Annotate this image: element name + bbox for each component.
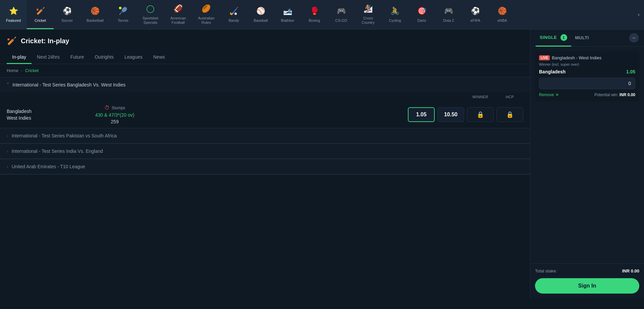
odds-btn-locked-2: 🔒 [496,107,523,122]
tab-leagues[interactable]: Leagues [119,51,148,64]
sign-in-button[interactable]: Sign In [535,278,639,294]
potential-win: Potential win: INR 0.00 [594,92,635,97]
cricket-icon: 🏏 [7,36,17,46]
baseball-icon: ⚾ [255,6,266,16]
nav-label-basketball: Basketball [87,18,104,23]
multi-tab[interactable]: MULTI [571,30,593,46]
nav-item-tennis[interactable]: 🎾 Tennis [110,0,137,29]
remove-row: Remove ✕ Potential win: INR 0.00 [539,92,635,97]
main-layout: 🏏 Cricket: In-play In-playNext 24hrsFutu… [0,29,644,298]
section-title-collapsed: United Arab Emirates - T10 League [12,164,85,169]
betslip-collapse-button[interactable]: − [629,33,639,43]
nav-label-cricket: Cricket [35,18,46,23]
score-sub-display: 259 [111,119,118,124]
nav-item-cricket[interactable]: 🏏 Cricket [27,0,54,29]
nav-item-dota2[interactable]: 🎮 Dota 2 [435,0,462,29]
nav-scroll-area: ⭐ Featured 🏏 Cricket ⚽ Soccer 🏀 Basketba… [0,0,633,29]
odds-btn-2[interactable]: 10.50 [437,107,464,122]
match-section-section-3: › International - Test Series India Vs. … [0,144,530,159]
nav-scroll-right-arrow[interactable]: › [633,0,644,29]
status-text: Stumps [112,106,125,110]
nav-item-boxing[interactable]: 🥊 Boxing [301,0,328,29]
nav-label-featured: Featured [6,18,21,23]
breadcrumb: Home › Cricket [0,64,530,77]
total-stake-row: Total stake: INR 0.00 [535,268,639,273]
top-navigation: ⭐ Featured 🏏 Cricket ⚽ Soccer 🏀 Basketba… [0,0,644,29]
section-title-collapsed: International - Test Series India Vs. En… [12,148,103,154]
tab-next24hrs[interactable]: Next 24hrs [32,51,65,64]
collapsed-section-section-3[interactable]: › International - Test Series India Vs. … [0,144,530,159]
stake-input[interactable] [539,78,635,89]
collapsed-section-section-4[interactable]: › United Arab Emirates - T10 League [0,159,530,174]
total-stake-value: INR 0.00 [622,268,639,273]
stake-input-wrap [539,78,635,89]
odds-group: 1.05 10.50 🔒 🔒 [408,107,523,122]
nav-item-bandy[interactable]: 🏑 Bandy [220,0,247,29]
collapsed-section-section-2[interactable]: › International - Test Series Pakistan v… [0,128,530,143]
nav-label-darts: Darts [417,18,426,23]
nav-label-sportsbet-specials: SportsbetSpecials [143,16,158,25]
single-tab[interactable]: SINGLE 1 [536,29,571,47]
nav-item-baseball[interactable]: ⚾ Baseball [247,0,274,29]
bet-card-header: LIVE Bangladesh - West Indies [539,55,635,60]
cross-country-icon: 🏂 [363,3,373,14]
odds-btn-1[interactable]: 1.05 [408,107,435,122]
match-section-section-4: › United Arab Emirates - T10 League [0,159,530,175]
tab-outrights[interactable]: Outrights [89,51,119,64]
bet-footer: Total stake: INR 0.00 Sign In [530,263,644,298]
bet-market: Winner (incl. super over) [539,62,635,66]
match-section-section-1: ˅ International - Test Series Bangladesh… [0,77,530,128]
nav-label-dota2: Dota 2 [443,18,454,23]
timer-icon: ⏱ [104,105,110,111]
bet-match-title: Bangladesh - West Indies [552,55,601,60]
nav-item-darts[interactable]: 🎯 Darts [408,0,435,29]
match-status: ⏱ Stumps [104,105,125,111]
remove-button[interactable]: Remove ✕ [539,92,559,97]
nav-label-tennis: Tennis [118,18,128,23]
col-winner: WINNER [467,95,494,99]
dota2-icon: 🎮 [443,6,454,16]
nav-label-efifa: eFIFA [471,18,480,23]
tab-news[interactable]: News [148,51,170,64]
section-header-section-1[interactable]: ˅ International - Test Series Bangladesh… [0,77,530,92]
sections-container: ˅ International - Test Series Bangladesh… [0,77,530,175]
nav-item-basketball[interactable]: 🏀 Basketball [80,0,110,29]
page-header: 🏏 Cricket: In-play [0,29,530,51]
page-title: Cricket: In-play [21,37,69,45]
lock-icon-1: 🔒 [477,111,484,118]
nav-item-cycling[interactable]: 🚴 Cycling [381,0,408,29]
tab-future[interactable]: Future [65,51,89,64]
teams-col: Bangladesh West Indies [7,109,74,121]
match-table-header: WINNER HCP [0,92,530,102]
team2-name: West Indies [7,115,74,121]
sportsbet-specials-icon: ◯ [145,3,156,14]
nav-item-efifa[interactable]: ⚽ eFIFA [462,0,489,29]
australian-rules-icon: 🏉 [201,3,212,14]
nav-label-boxing: Boxing [309,18,320,23]
match-row-0: Bangladesh West Indies ⏱ Stumps 430 & 47… [0,102,530,128]
nav-item-csgo[interactable]: 🎮 CS:GO [328,0,355,29]
score-display: 430 & 47/3*(20 ov) [95,112,135,118]
content-area: 🏏 Cricket: In-play In-playNext 24hrsFutu… [0,29,530,298]
match-section-section-2: › International - Test Series Pakistan v… [0,128,530,144]
chevron-right-icon: › [7,164,8,169]
nav-item-sportsbet-specials[interactable]: ◯ SportsbetSpecials [137,0,164,29]
nav-item-american-football[interactable]: 🏈 AmericanFootball [164,0,192,29]
total-stake-label: Total stake: [535,268,557,273]
nav-item-biathlon[interactable]: 🎿 Biathlon [274,0,301,29]
efifa-icon: ⚽ [470,6,481,16]
basketball-icon: 🏀 [90,6,100,16]
section-title: International - Test Series Bangladesh V… [12,82,125,87]
csgo-icon: 🎮 [336,6,346,16]
breadcrumb-home[interactable]: Home [7,68,18,73]
nav-item-soccer[interactable]: ⚽ Soccer [54,0,80,29]
nav-item-australian-rules[interactable]: 🏉 AustralianRules [192,0,220,29]
section-title-collapsed: International - Test Series Pakistan vs … [12,133,117,138]
nav-item-featured[interactable]: ⭐ Featured [0,0,27,29]
nav-label-bandy: Bandy [229,18,239,23]
bet-tabs: SINGLE 1 MULTI − [530,29,644,47]
breadcrumb-current: Cricket [25,68,39,73]
tab-inplay[interactable]: In-play [7,51,32,64]
nav-item-cross-country[interactable]: 🏂 CrossCountry [355,0,381,29]
nav-item-enba[interactable]: 🏀 eNBA [489,0,516,29]
